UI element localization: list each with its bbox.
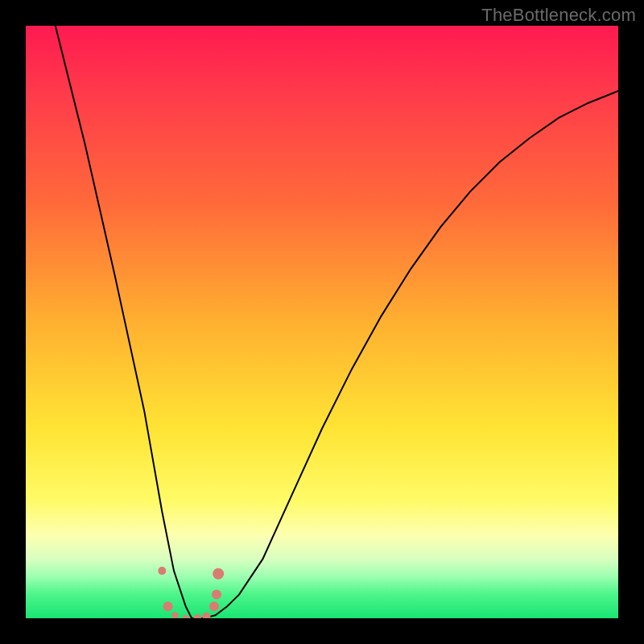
- chart-area: [26, 26, 618, 618]
- data-marker: [183, 615, 189, 618]
- data-marker: [212, 590, 221, 600]
- chart-markers: [158, 567, 224, 618]
- chart-svg: [26, 26, 618, 618]
- watermark-text: TheBottleneck.com: [481, 5, 636, 26]
- data-marker: [163, 601, 173, 611]
- data-marker: [213, 568, 224, 580]
- data-marker: [209, 601, 219, 611]
- data-marker: [203, 613, 211, 618]
- data-marker: [193, 614, 201, 618]
- data-marker: [158, 567, 166, 575]
- chart-curve: [56, 26, 618, 618]
- data-marker: [172, 612, 179, 618]
